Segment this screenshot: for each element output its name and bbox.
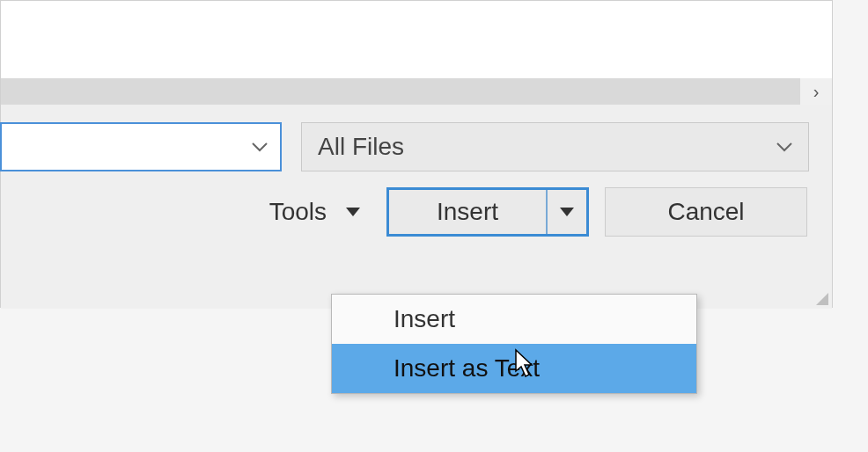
- cancel-label: Cancel: [667, 198, 744, 226]
- menu-item-insert-as-text[interactable]: Insert as Text: [332, 344, 696, 393]
- insert-button[interactable]: Insert: [389, 190, 548, 234]
- dialog-bottom-panel: All Files Tools Insert Cancel: [1, 105, 832, 309]
- cancel-button[interactable]: Cancel: [605, 187, 807, 237]
- insert-dropdown-toggle[interactable]: [548, 190, 586, 234]
- chevron-down-icon: [776, 138, 792, 157]
- insert-label: Insert: [437, 198, 498, 226]
- tools-menu-button[interactable]: Tools: [259, 189, 371, 235]
- insert-split-button: Insert: [386, 187, 589, 237]
- tools-label: Tools: [269, 198, 327, 226]
- caret-down-icon: [560, 208, 574, 216]
- file-list-pane: [1, 1, 832, 78]
- scrollbar-arrow-right-icon[interactable]: ›: [800, 78, 832, 105]
- scrollbar-track[interactable]: [1, 78, 800, 105]
- insert-dropdown-menu: Insert Insert as Text: [331, 294, 697, 394]
- menu-item-label: Insert: [394, 305, 455, 333]
- menu-item-insert[interactable]: Insert: [332, 295, 696, 344]
- caret-down-icon: [346, 208, 360, 216]
- filetype-combobox[interactable]: All Files: [301, 122, 809, 171]
- filetype-label: All Files: [318, 133, 404, 161]
- file-open-dialog: › All Files Tools In: [0, 0, 833, 308]
- horizontal-scrollbar[interactable]: ›: [1, 78, 832, 105]
- filename-combobox[interactable]: [0, 122, 282, 171]
- menu-item-label: Insert as Text: [394, 354, 540, 383]
- resize-grip-icon[interactable]: [813, 289, 828, 305]
- chevron-down-icon: [252, 138, 268, 157]
